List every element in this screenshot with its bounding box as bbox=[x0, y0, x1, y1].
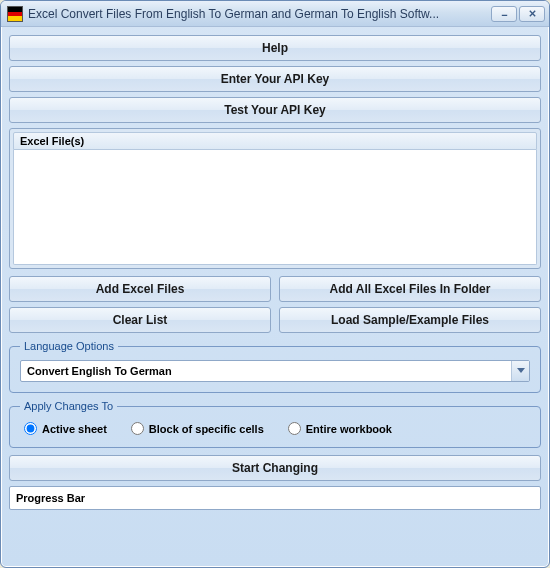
excel-files-header: Excel File(s) bbox=[13, 132, 537, 150]
close-button[interactable] bbox=[519, 6, 545, 22]
excel-files-group: Excel File(s) bbox=[9, 128, 541, 269]
chevron-down-icon[interactable] bbox=[511, 361, 529, 381]
load-sample-button[interactable]: Load Sample/Example Files bbox=[279, 307, 541, 333]
radio-entire-workbook[interactable]: Entire workbook bbox=[288, 422, 392, 435]
client-area: Help Enter Your API Key Test Your API Ke… bbox=[1, 27, 549, 518]
radio-active-sheet[interactable]: Active sheet bbox=[24, 422, 107, 435]
enter-api-key-button[interactable]: Enter Your API Key bbox=[9, 66, 541, 92]
help-button[interactable]: Help bbox=[9, 35, 541, 61]
radio-entire-workbook-input[interactable] bbox=[288, 422, 301, 435]
titlebar: Excel Convert Files From English To Germ… bbox=[1, 1, 549, 27]
language-combo-text: Convert English To German bbox=[21, 365, 511, 377]
start-changing-button[interactable]: Start Changing bbox=[9, 455, 541, 481]
radio-entire-workbook-label: Entire workbook bbox=[306, 423, 392, 435]
radio-active-sheet-label: Active sheet bbox=[42, 423, 107, 435]
add-all-in-folder-button[interactable]: Add All Excel Files In Folder bbox=[279, 276, 541, 302]
apply-changes-legend: Apply Changes To bbox=[20, 400, 117, 412]
app-icon bbox=[7, 6, 23, 22]
progress-label: Progress Bar bbox=[16, 492, 85, 504]
language-combo[interactable]: Convert English To German bbox=[20, 360, 530, 382]
language-options-group: Language Options Convert English To Germ… bbox=[9, 340, 541, 393]
window-title: Excel Convert Files From English To Germ… bbox=[28, 7, 491, 21]
minimize-button[interactable] bbox=[491, 6, 517, 22]
radio-block-cells[interactable]: Block of specific cells bbox=[131, 422, 264, 435]
progress-bar: Progress Bar bbox=[9, 486, 541, 510]
radio-block-cells-label: Block of specific cells bbox=[149, 423, 264, 435]
apply-changes-group: Apply Changes To Active sheet Block of s… bbox=[9, 400, 541, 448]
radio-active-sheet-input[interactable] bbox=[24, 422, 37, 435]
excel-files-list[interactable] bbox=[13, 150, 537, 265]
add-excel-files-button[interactable]: Add Excel Files bbox=[9, 276, 271, 302]
language-options-legend: Language Options bbox=[20, 340, 118, 352]
test-api-key-button[interactable]: Test Your API Key bbox=[9, 97, 541, 123]
window-controls bbox=[491, 6, 545, 22]
app-window: Excel Convert Files From English To Germ… bbox=[0, 0, 550, 568]
clear-list-button[interactable]: Clear List bbox=[9, 307, 271, 333]
svg-marker-3 bbox=[517, 368, 525, 373]
radio-block-cells-input[interactable] bbox=[131, 422, 144, 435]
